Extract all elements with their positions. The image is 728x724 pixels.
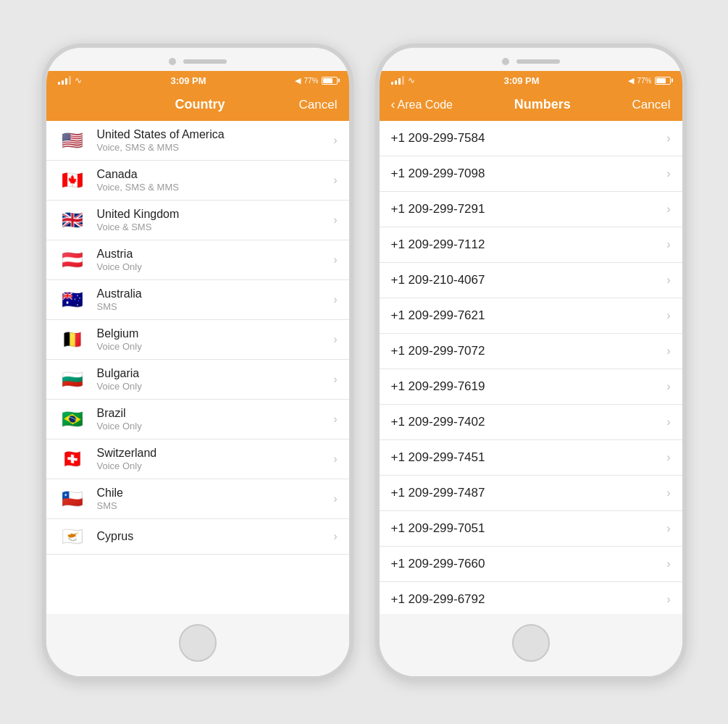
bar4: [69, 76, 71, 85]
country-name-uk: United Kingdom: [97, 208, 328, 221]
back-label: Area Code: [398, 98, 453, 111]
wifi-icon-2: ∿: [408, 75, 415, 85]
list-item[interactable]: +1 209-299-7584 ›: [380, 121, 682, 156]
list-item[interactable]: +1 209-299-7051 ›: [380, 511, 682, 547]
list-item[interactable]: +1 209-299-7451 ›: [380, 440, 682, 476]
list-item[interactable]: 🇦🇺 Australia SMS ›: [46, 280, 349, 320]
time-1: 3:09 PM: [82, 75, 296, 86]
list-item[interactable]: +1 209-299-7619 ›: [380, 369, 682, 405]
list-item[interactable]: 🇺🇸 United States of America Voice, SMS &…: [46, 121, 349, 161]
phone-bottom-2: [380, 614, 682, 676]
chevron-ca: ›: [333, 174, 337, 187]
cancel-button-country[interactable]: Cancel: [299, 98, 338, 112]
chevron-br: ›: [333, 413, 337, 426]
number-text: +1 209-299-7621: [391, 308, 661, 323]
wifi-icon-1: ∿: [75, 75, 82, 85]
country-list: 🇺🇸 United States of America Voice, SMS &…: [46, 121, 349, 614]
country-type-uk: Voice & SMS: [97, 222, 328, 232]
flag-at: 🇦🇹: [58, 250, 87, 270]
list-item[interactable]: +1 209-299-7487 ›: [380, 476, 682, 511]
list-item[interactable]: +1 209-299-7112 ›: [380, 227, 682, 263]
bar2: [62, 80, 64, 85]
country-info-ch: Switzerland Voice Only: [97, 447, 328, 471]
country-name-ca: Canada: [97, 168, 328, 181]
list-item[interactable]: 🇦🇹 Austria Voice Only ›: [46, 240, 349, 280]
home-button-2[interactable]: [512, 624, 550, 662]
status-bar-1: ∿ 3:09 PM ◀ 77%: [46, 71, 349, 90]
list-item[interactable]: 🇨🇦 Canada Voice, SMS & MMS ›: [46, 161, 349, 201]
country-info-at: Austria Voice Only: [97, 248, 328, 272]
chevron-n6: ›: [666, 309, 670, 322]
signal-bars-2: [391, 76, 404, 85]
phone-top-1: [46, 48, 349, 71]
chevron-n12: ›: [666, 522, 670, 535]
number-text: +1 209-299-7402: [391, 415, 661, 429]
chevron-au: ›: [333, 293, 337, 306]
time-2: 3:09 PM: [415, 75, 629, 86]
chevron-n1: ›: [666, 132, 670, 145]
camera-2: [502, 58, 509, 65]
list-item[interactable]: +1 209-299-6792 ›: [380, 582, 682, 614]
list-item[interactable]: +1 209-299-7402 ›: [380, 405, 682, 440]
country-type-au: SMS: [97, 301, 328, 312]
bar1: [391, 82, 393, 85]
chevron-n14: ›: [666, 593, 670, 606]
location-icon-1: ◀: [295, 76, 301, 85]
chevron-n2: ›: [666, 167, 670, 180]
flag-cy: 🇨🇾: [58, 526, 87, 547]
battery-icon-2: [655, 77, 671, 85]
back-button-numbers[interactable]: ‹ Area Code: [391, 97, 453, 112]
country-type-cl: SMS: [97, 500, 328, 511]
cancel-button-numbers[interactable]: Cancel: [632, 98, 671, 112]
country-name-cl: Chile: [97, 487, 328, 500]
nav-bar-numbers: ‹ Area Code Numbers Cancel: [380, 90, 682, 121]
chevron-cy: ›: [333, 530, 337, 543]
list-item[interactable]: 🇧🇪 Belgium Voice Only ›: [46, 320, 349, 360]
list-item[interactable]: +1 209-299-7621 ›: [380, 298, 682, 334]
signal-area-2: ∿: [391, 75, 415, 85]
battery-pct-1: 77%: [304, 77, 318, 85]
home-button-1[interactable]: [179, 624, 217, 662]
number-text: +1 209-299-7051: [391, 521, 661, 536]
chevron-cl: ›: [333, 492, 337, 505]
flag-ca: 🇨🇦: [58, 170, 87, 190]
country-name-us: United States of America: [97, 128, 328, 141]
list-item[interactable]: 🇨🇱 Chile SMS ›: [46, 479, 349, 519]
list-item[interactable]: +1 209-299-7291 ›: [380, 192, 682, 227]
chevron-n13: ›: [666, 557, 670, 571]
country-info-br: Brazil Voice Only: [97, 407, 328, 432]
number-text: +1 209-299-7098: [391, 167, 661, 181]
country-name-bg: Bulgaria: [97, 367, 328, 380]
speaker-1: [183, 59, 227, 64]
flag-us: 🇺🇸: [58, 130, 87, 151]
bar1: [58, 82, 60, 85]
signal-area-1: ∿: [58, 75, 82, 85]
list-item[interactable]: 🇨🇭 Switzerland Voice Only ›: [46, 439, 349, 479]
number-text: +1 209-299-7660: [391, 557, 661, 571]
country-type-ch: Voice Only: [97, 460, 328, 471]
country-name-au: Australia: [97, 287, 328, 300]
country-info-au: Australia SMS: [97, 287, 328, 312]
list-item[interactable]: +1 209-299-7072 ›: [380, 334, 682, 369]
list-item[interactable]: 🇨🇾 Cyprus ›: [46, 519, 349, 555]
list-item[interactable]: 🇬🇧 United Kingdom Voice & SMS ›: [46, 201, 349, 240]
flag-uk: 🇬🇧: [58, 210, 87, 230]
phone-numbers: ∿ 3:09 PM ◀ 77% ‹ Area Code Numbers Canc…: [375, 43, 687, 681]
flag-bg: 🇧🇬: [58, 369, 87, 390]
chevron-n9: ›: [666, 416, 670, 429]
status-bar-2: ∿ 3:09 PM ◀ 77%: [380, 71, 682, 90]
list-item[interactable]: +1 209-299-7660 ›: [380, 547, 682, 582]
signal-bars-1: [58, 76, 71, 85]
country-name-be: Belgium: [97, 327, 328, 340]
chevron-bg: ›: [333, 373, 337, 386]
list-item[interactable]: 🇧🇬 Bulgaria Voice Only ›: [46, 360, 349, 400]
country-type-ca: Voice, SMS & MMS: [97, 182, 328, 193]
number-text: +1 209-299-7487: [391, 486, 661, 500]
country-info-cl: Chile SMS: [97, 487, 328, 511]
list-item[interactable]: 🇧🇷 Brazil Voice Only ›: [46, 400, 349, 439]
country-name-cy: Cyprus: [97, 530, 328, 543]
bar3: [65, 78, 67, 85]
list-item[interactable]: +1 209-299-7098 ›: [380, 156, 682, 192]
number-text: +1 209-299-7451: [391, 450, 661, 465]
list-item[interactable]: +1 209-210-4067 ›: [380, 263, 682, 298]
